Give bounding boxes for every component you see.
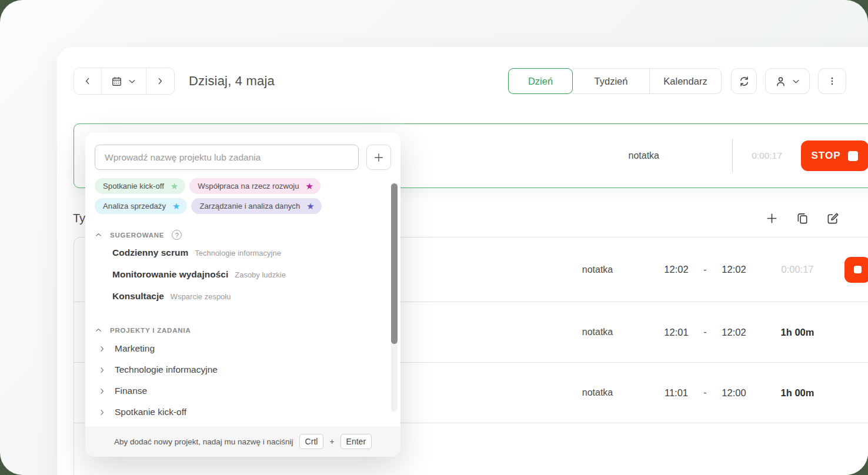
project-item[interactable]: Finanse [95,384,391,397]
backdrop: Dzisiaj, 4 maja Dzień Tydzień Kalendarz [0,0,868,475]
entry-duration[interactable]: 1h 00m [774,387,821,399]
suggested-task-name: Codzienny scrum [112,247,188,258]
duplicate-entries-button[interactable] [796,212,809,225]
suggested-section-title: SUGEROWANE [110,232,164,239]
kebab-menu-icon [827,76,837,86]
project-name: Marketing [115,343,155,354]
tag-label: Zarządzanie i analiza danych [199,202,300,210]
tab-calendar[interactable]: Kalendarz [650,68,722,94]
entry-note[interactable]: notatka [562,265,633,275]
more-options-button[interactable] [818,68,846,94]
user-menu-button[interactable] [765,68,810,94]
add-project-button[interactable] [366,145,391,170]
suggested-item[interactable]: Codzienny scrum Technologie informacyjne [112,247,391,262]
entry-start[interactable]: 11:01 [660,387,693,399]
entry-start[interactable]: 12:02 [660,264,693,275]
add-entry-button[interactable] [765,212,779,225]
project-item[interactable]: Technologie informacyjne [95,363,391,376]
entry-note[interactable]: notatka [562,387,633,398]
stop-square-icon [848,151,858,161]
entry-end[interactable]: 12:02 [717,264,750,275]
chevron-down-icon [128,77,136,86]
chevron-right-icon [155,76,165,86]
project-name: Technologie informacyjne [115,364,218,375]
footer-hint-text: Aby dodać nowy projekt, nadaj mu nazwę i… [114,437,293,446]
sync-button[interactable] [731,68,757,94]
edit-icon [826,212,840,225]
suggested-task-name: Monitorowanie wydajności [112,269,228,280]
suggested-task-category: Zasoby ludzkie [235,270,286,279]
project-list: Marketing Technologie informacyjne [95,342,391,419]
entry-note[interactable]: notatka [562,327,633,337]
calendar-picker-button[interactable] [102,68,146,94]
suggested-task-category: Wsparcie zespołu [171,292,231,301]
chevron-up-icon [95,231,102,239]
project-picker-dropdown: Spotkanie kick-off ★ Współpraca na rzecz… [85,132,400,457]
sync-icon [738,75,750,88]
tab-week[interactable]: Tydzień [573,68,650,94]
section-heading-partial: Ty [73,212,85,225]
tag-label: Analiza sprzedaży [103,202,166,210]
prev-day-button[interactable] [74,68,102,94]
dropdown-scrollbar-thumb[interactable] [391,183,398,344]
suggested-section-header[interactable]: SUGEROWANE ? [95,230,391,240]
project-name: Spotkanie kick-off [115,407,186,417]
tab-day[interactable]: Dzień [508,68,573,94]
copy-icon [796,212,809,225]
star-icon[interactable]: ★ [306,202,314,210]
chevron-down-icon [792,77,800,86]
header: Dzisiaj, 4 maja Dzień Tydzień Kalendarz [74,68,846,95]
star-icon[interactable]: ★ [172,202,180,210]
entry-end[interactable]: 12:00 [717,387,750,399]
view-tabs: Dzień Tydzień Kalendarz [508,68,722,94]
suggested-task-name: Konsultacje [112,291,164,302]
plus-icon [765,212,779,225]
dropdown-footer: Aby dodać nowy projekt, nadaj mu nazwę i… [85,426,400,457]
ctrl-key-badge: Crtl [299,434,324,449]
chevron-right-icon [98,409,106,416]
next-day-button[interactable] [146,68,174,94]
tag-label: Spotkanie kick-off [103,182,164,190]
project-name: Finanse [115,386,147,396]
project-item[interactable]: Spotkanie kick-off [95,406,391,419]
chevron-right-icon [98,366,106,374]
calendar-icon [111,76,122,87]
timer-note-field[interactable]: notatka [629,150,659,161]
project-item[interactable]: Marketing [95,342,391,355]
entry-end[interactable]: 12:02 [717,327,750,338]
dropdown-scrollbar-track[interactable] [391,182,398,412]
help-icon[interactable]: ? [172,230,182,240]
projects-section-title: PROJEKTY I ZADANIA [110,327,191,334]
entry-dash: - [693,387,717,398]
bulk-edit-button[interactable] [826,212,840,225]
stop-timer-button[interactable]: STOP [801,141,868,171]
suggested-item[interactable]: Monitorowanie wydajności Zasoby ludzkie [112,269,391,283]
user-icon [774,75,787,88]
row-stop-button[interactable] [844,257,868,283]
suggested-item[interactable]: Konsultacje Wsparcie zespołu [112,291,391,305]
plus-separator: + [329,437,334,446]
page-title: Dzisiaj, 4 maja [189,73,275,89]
entry-dash: - [693,265,717,275]
entry-duration[interactable]: 1h 00m [774,327,821,338]
chevron-right-icon [98,387,106,395]
chevron-up-icon [95,326,102,334]
app-background: Dzisiaj, 4 maja Dzień Tydzień Kalendarz [0,0,868,475]
projects-section-header[interactable]: PROJEKTY I ZADANIA [95,326,391,334]
tag-chip[interactable]: Zarządzanie i analiza danych ★ [191,198,321,214]
star-icon[interactable]: ★ [306,182,313,190]
date-nav-group [74,68,175,95]
project-search-input[interactable] [95,145,359,170]
tag-chip[interactable]: Analiza sprzedaży ★ [95,198,187,214]
divider [732,139,733,173]
stop-square-icon [854,266,862,273]
chevron-left-icon [83,76,92,86]
main-card: Dzisiaj, 4 maja Dzień Tydzień Kalendarz [57,47,868,475]
chevron-right-icon [98,345,106,353]
tag-chip[interactable]: Współpraca na rzecz rozwoju ★ [189,178,321,194]
star-icon[interactable]: ★ [171,182,178,190]
favorite-tags: Spotkanie kick-off ★ Współpraca na rzecz… [95,178,371,214]
tag-chip[interactable]: Spotkanie kick-off ★ [95,178,185,194]
entry-start[interactable]: 12:01 [660,327,693,338]
timer-elapsed: 0:00:17 [748,150,786,161]
